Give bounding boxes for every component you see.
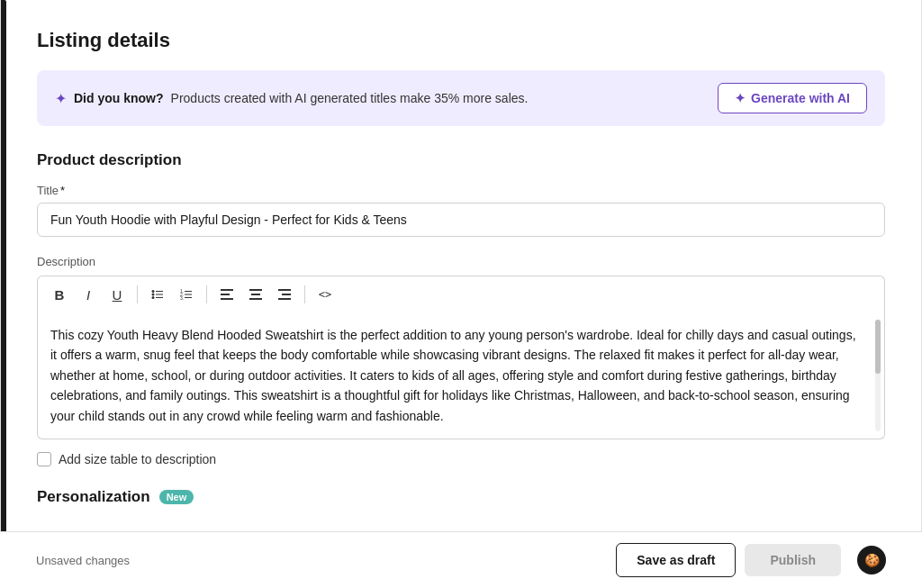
svg-rect-17 xyxy=(249,298,262,300)
banner-text: Products created with AI generated title… xyxy=(171,91,529,105)
cookie-icon: 🍪 xyxy=(857,546,886,574)
svg-rect-18 xyxy=(278,289,291,291)
align-left-button[interactable] xyxy=(214,282,240,307)
svg-rect-20 xyxy=(278,298,291,300)
page-title: Listing details xyxy=(37,29,885,52)
svg-rect-9 xyxy=(185,294,192,295)
svg-text:3.: 3. xyxy=(180,295,184,301)
toolbar-separator-1 xyxy=(137,285,138,303)
svg-rect-15 xyxy=(249,289,262,291)
svg-point-0 xyxy=(152,290,155,293)
code-button[interactable]: <> xyxy=(312,282,338,307)
size-table-checkbox[interactable] xyxy=(37,452,51,466)
bullet-list-button[interactable] xyxy=(145,282,170,307)
ai-banner: ✦ Did you know? Products created with AI… xyxy=(37,70,885,126)
ordered-list-button[interactable]: 1. 2. 3. xyxy=(174,282,199,307)
save-draft-button[interactable]: Save as draft xyxy=(616,543,736,577)
did-you-know-label: Did you know? xyxy=(74,91,164,105)
align-center-button[interactable] xyxy=(243,282,268,307)
description-text: This cozy Youth Heavy Blend Hooded Sweat… xyxy=(50,325,872,426)
svg-point-2 xyxy=(152,294,155,296)
new-badge: New xyxy=(159,490,194,504)
toolbar-separator-2 xyxy=(206,285,207,303)
banner-content: ✦ Did you know? Products created with AI… xyxy=(55,90,528,107)
personalization-section: Personalization New xyxy=(37,488,885,506)
personalization-section-title: Personalization xyxy=(37,488,150,506)
scrollbar-track xyxy=(875,320,881,431)
svg-rect-1 xyxy=(156,291,163,292)
svg-rect-19 xyxy=(282,294,291,295)
svg-rect-12 xyxy=(221,289,233,291)
size-table-checkbox-row: Add size table to description xyxy=(37,452,885,466)
bold-button[interactable]: B xyxy=(47,282,72,307)
italic-button[interactable]: I xyxy=(76,282,101,307)
generate-btn-label: Generate with AI xyxy=(751,91,850,105)
svg-rect-14 xyxy=(221,298,233,300)
unsaved-changes-label: Unsaved changes xyxy=(36,554,130,567)
svg-point-4 xyxy=(152,296,155,299)
title-input[interactable] xyxy=(37,203,885,237)
toolbar-separator-3 xyxy=(304,285,305,303)
product-description-section-title: Product description xyxy=(37,151,885,169)
publish-button[interactable]: Publish xyxy=(745,544,841,576)
description-field-label: Description xyxy=(37,255,885,268)
svg-rect-5 xyxy=(156,297,163,298)
spark-icon: ✦ xyxy=(55,90,67,107)
svg-rect-3 xyxy=(156,294,163,295)
description-area[interactable]: This cozy Youth Heavy Blend Hooded Sweat… xyxy=(37,312,885,439)
align-right-button[interactable] xyxy=(272,282,297,307)
generate-ai-button[interactable]: ✦ Generate with AI xyxy=(718,83,867,113)
description-toolbar: B I U 1. 2. 3. xyxy=(37,276,885,312)
generate-spark-icon: ✦ xyxy=(735,91,746,105)
title-field-label: Title* xyxy=(37,184,885,197)
size-table-checkbox-label[interactable]: Add size table to description xyxy=(59,452,216,466)
bottom-action-bar: Unsaved changes Save as draft Publish 🍪 xyxy=(0,531,922,588)
left-sidebar-bar xyxy=(1,0,6,588)
scrollbar-thumb xyxy=(875,320,881,374)
svg-rect-13 xyxy=(221,294,230,295)
svg-rect-16 xyxy=(251,294,260,295)
svg-rect-7 xyxy=(185,291,192,292)
svg-rect-11 xyxy=(185,297,192,298)
bottom-actions-group: Save as draft Publish 🍪 xyxy=(616,543,886,577)
underline-button[interactable]: U xyxy=(104,282,130,307)
